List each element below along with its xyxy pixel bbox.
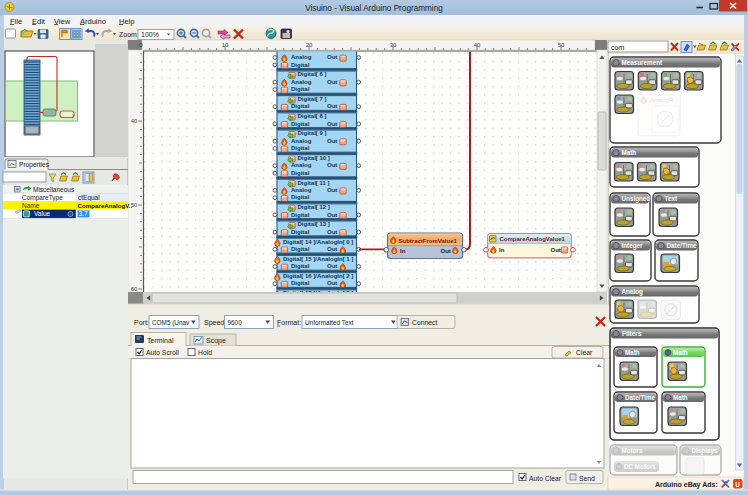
svg-text:AnalogR: AnalogR [650, 97, 674, 103]
svg-text:Digital: Digital [291, 229, 310, 235]
svg-text:Out: Out [327, 187, 337, 193]
svg-text:Out: Out [327, 121, 337, 127]
svg-text:Hold: Hold [198, 349, 212, 356]
svg-text:Miscellaneous: Miscellaneous [33, 186, 75, 193]
svg-text:100%: 100% [141, 31, 159, 38]
svg-text:9600: 9600 [228, 319, 243, 326]
svg-text:Digital: Digital [291, 194, 310, 200]
svg-text:Math: Math [622, 149, 637, 156]
svg-text:Auto Clear: Auto Clear [529, 475, 562, 482]
svg-text:Out: Out [327, 246, 337, 252]
svg-text:Motors: Motors [622, 447, 643, 454]
svg-text:Port:: Port: [134, 319, 149, 326]
svg-text:Out: Out [327, 280, 337, 286]
svg-text:Date/Time: Date/Time [625, 394, 655, 401]
svg-text:Scope: Scope [206, 337, 226, 345]
svg-text:Analog: Analog [291, 187, 312, 193]
svg-text:CompareAnalogV..: CompareAnalogV.. [78, 202, 133, 209]
svg-text:50: 50 [558, 42, 565, 48]
svg-text:Digital: Digital [291, 103, 310, 109]
svg-text:Digital: Digital [291, 280, 310, 286]
svg-text:Unformatted Text: Unformatted Text [305, 319, 354, 326]
svg-text:Analog: Analog [291, 162, 312, 168]
svg-text:COM5 (Unav: COM5 (Unav [152, 319, 190, 327]
svg-text:60: 60 [131, 286, 137, 292]
svg-text:SubtractFromValue1: SubtractFromValue1 [399, 238, 458, 244]
svg-text:20: 20 [306, 42, 313, 48]
svg-text:Analog: Analog [291, 79, 312, 85]
svg-text:ctEqual: ctEqual [78, 194, 100, 202]
svg-text:Digital[ 12 ]: Digital[ 12 ] [298, 204, 330, 210]
svg-text:Analog: Analog [622, 288, 643, 296]
svg-text:Digital: Digital [291, 246, 310, 252]
svg-text:Connect: Connect [412, 319, 437, 326]
svg-text:10: 10 [222, 42, 229, 48]
svg-text:Out: Out [327, 162, 337, 168]
svg-text:Zoom:: Zoom: [119, 31, 139, 38]
svg-text:Out: Out [551, 247, 561, 253]
svg-text:Digital: Digital [291, 62, 310, 68]
svg-text:Digital[ 10 ]: Digital[ 10 ] [298, 155, 330, 161]
svg-text:Analog: Analog [291, 138, 312, 144]
svg-text:Measurement: Measurement [622, 59, 663, 66]
svg-text:Out: Out [441, 248, 451, 254]
svg-text:CompareAnalogValue1: CompareAnalogValue1 [500, 236, 566, 242]
svg-text:30: 30 [390, 42, 397, 48]
svg-text:com: com [611, 44, 624, 51]
svg-text:Out: Out [327, 263, 337, 269]
svg-text:Arduino eBay Ads:: Arduino eBay Ads: [655, 481, 718, 489]
svg-text:Out: Out [327, 103, 337, 109]
svg-text:Speed:: Speed: [204, 319, 226, 327]
svg-text:Out: Out [327, 79, 337, 85]
svg-text:Out: Out [327, 138, 337, 144]
svg-text:Terminal: Terminal [147, 337, 174, 344]
svg-text:Properties: Properties [19, 161, 50, 169]
svg-text:Out: Out [327, 229, 337, 235]
svg-text:Digital: Digital [291, 145, 310, 151]
svg-text:3.7: 3.7 [79, 210, 88, 217]
svg-text:CompareType: CompareType [22, 194, 63, 202]
svg-text:Filters: Filters [622, 330, 642, 337]
svg-text:Format:: Format: [277, 319, 301, 326]
svg-text:Math: Math [673, 349, 688, 356]
svg-text:Digital[ 16 ]/AnalogIn[ 2 ]: Digital[ 16 ]/AnalogIn[ 2 ] [283, 273, 353, 279]
svg-text:In: In [499, 247, 505, 253]
svg-text:40: 40 [474, 42, 481, 48]
svg-text:Send: Send [579, 475, 595, 482]
svg-text:Name: Name [22, 202, 40, 209]
svg-text:Unsigned: Unsigned [622, 195, 651, 203]
svg-text:Date/Time: Date/Time [667, 242, 697, 249]
svg-text:Digital[ 8 ]: Digital[ 8 ] [298, 113, 327, 119]
svg-text:Analog: Analog [291, 54, 312, 60]
svg-text:Digital[ 11 ]: Digital[ 11 ] [298, 180, 330, 186]
svg-text:In: In [400, 248, 406, 254]
svg-text:Digital[ 7 ]: Digital[ 7 ] [298, 96, 327, 102]
svg-text:40: 40 [131, 118, 137, 124]
svg-text:Auto Scroll: Auto Scroll [146, 349, 179, 356]
svg-text:Out: Out [327, 54, 337, 60]
svg-text:Text: Text [665, 195, 678, 202]
svg-text:DC Motors: DC Motors [624, 463, 656, 470]
svg-text:Digital[ 15 ]/AnalogIn[ 1 ]: Digital[ 15 ]/AnalogIn[ 1 ] [283, 256, 353, 262]
svg-text:Visuino - Visual Arduino Progr: Visuino - Visual Arduino Programming [305, 4, 443, 13]
svg-text:Integer: Integer [622, 242, 644, 250]
svg-text:Digital: Digital [291, 86, 310, 92]
svg-text:Digital: Digital [291, 212, 310, 218]
svg-text:Displays: Displays [692, 447, 718, 455]
svg-text:Digital[ 6 ]: Digital[ 6 ] [298, 71, 327, 77]
svg-text:Digital: Digital [291, 121, 310, 127]
svg-text:Value: Value [34, 210, 51, 217]
svg-text:Out: Out [327, 212, 337, 218]
svg-text:Math: Math [625, 349, 640, 356]
svg-text:Digital: Digital [291, 170, 310, 176]
svg-text:Digital[ 14 ]/AnalogIn[ 0 ]: Digital[ 14 ]/AnalogIn[ 0 ] [283, 239, 353, 245]
svg-text:U: U [735, 481, 740, 488]
svg-text:Digital[ 9 ]: Digital[ 9 ] [298, 130, 327, 136]
svg-text:Math: Math [673, 394, 688, 401]
svg-text:Clear: Clear [576, 349, 593, 356]
svg-text:Digital: Digital [291, 263, 310, 269]
svg-text:Digital[ 13 ]: Digital[ 13 ] [298, 221, 330, 227]
